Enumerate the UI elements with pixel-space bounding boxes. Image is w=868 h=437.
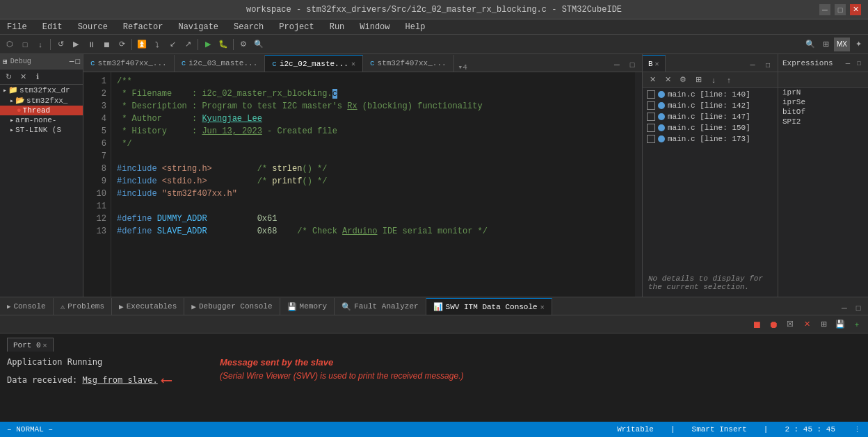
swv-clear-btn[interactable]: ☒ xyxy=(783,318,797,331)
code-editor[interactable]: 12345 678910 111213 /** * Filename : i2c… xyxy=(83,72,642,297)
tab-close-i2c02[interactable]: ✕ xyxy=(351,60,355,68)
thread-item[interactable]: ● Thread xyxy=(0,106,83,115)
tab-swv[interactable]: 📊 SWV ITM Data Console ✕ xyxy=(426,298,552,315)
tab-problems[interactable]: ⚠ Problems xyxy=(54,298,112,315)
expr-min-btn[interactable]: ─ xyxy=(843,58,853,68)
project-item[interactable]: ▸ 📁 stm32fxx_dr xyxy=(0,85,83,95)
right-panel-min-btn[interactable]: ─ xyxy=(746,58,760,72)
bp-toolbar-btn5[interactable]: ↓ xyxy=(707,73,721,87)
menu-project[interactable]: Project xyxy=(276,21,316,33)
toolbar-btn-5[interactable]: ▶ xyxy=(69,38,83,51)
tab-memory[interactable]: 💾 Memory xyxy=(280,298,335,315)
toolbar-debug-mode-btn[interactable]: 🐛 xyxy=(216,38,230,51)
bp-toolbar-btn4[interactable]: ⊞ xyxy=(691,73,705,87)
window-controls[interactable]: ─ □ ✕ xyxy=(819,4,861,15)
bp-checkbox-1[interactable] xyxy=(647,90,655,99)
close-button[interactable]: ✕ xyxy=(850,4,861,15)
sidebar-min-btn[interactable]: ─ xyxy=(70,58,74,66)
toolbar-btn-2[interactable]: □ xyxy=(18,38,32,51)
swv-tab-close[interactable]: ✕ xyxy=(540,303,545,311)
menu-help[interactable]: Help xyxy=(403,21,428,33)
stm32fxx-item[interactable]: ▸ 📂 stm32fxx_ xyxy=(0,95,83,106)
toolbar-btn-1[interactable]: ⬡ xyxy=(3,38,17,51)
port-0-close[interactable]: ✕ xyxy=(43,341,47,349)
tab-fault-analyzer[interactable]: 🔍 Fault Analyzer xyxy=(335,298,426,315)
toolbar-step-over[interactable]: ⤵ xyxy=(150,38,164,51)
swv-stop-btn[interactable]: ⏹ xyxy=(750,318,764,331)
breakpoints-tab-close[interactable]: ✕ xyxy=(655,60,659,68)
editor-max-btn[interactable]: □ xyxy=(625,58,639,72)
arm-item[interactable]: ▸ arm-none- xyxy=(0,115,83,125)
editor-scrollbar[interactable] xyxy=(635,72,642,297)
status-more-icon[interactable]: ⋮ xyxy=(853,425,861,434)
tab-debugger-console[interactable]: ▶ Debugger Console xyxy=(184,298,280,315)
swv-delete-btn[interactable]: ✕ xyxy=(800,318,814,331)
swv-record-btn[interactable]: ⏺ xyxy=(766,318,780,331)
bp-toolbar-btn1[interactable]: ✕ xyxy=(645,73,659,87)
tab-executables[interactable]: ▶ Executables xyxy=(112,298,184,315)
menu-refactor[interactable]: Refactor xyxy=(120,21,166,33)
bp-checkbox-4[interactable] xyxy=(647,124,655,132)
menu-search[interactable]: Search xyxy=(231,21,266,33)
sidebar-tb-btn2[interactable]: ✕ xyxy=(16,70,30,84)
bp-item-4[interactable]: main.c [line: 150] xyxy=(643,122,778,133)
right-panel-max-btn[interactable]: □ xyxy=(761,58,775,72)
bp-item-5[interactable]: main.c [line: 173] xyxy=(643,133,778,145)
toolbar-search[interactable]: 🔍 xyxy=(252,38,266,51)
toolbar-mx[interactable]: MX xyxy=(834,38,850,51)
port-0-tab[interactable]: Port 0 ✕ xyxy=(7,338,54,352)
tab-i2c03[interactable]: c i2c_03_maste... xyxy=(175,55,266,72)
toolbar-btn-6[interactable]: ⏸ xyxy=(84,38,98,51)
expr-max-btn[interactable]: □ xyxy=(854,58,864,68)
toolbar-btn-4[interactable]: ↺ xyxy=(54,38,67,51)
toolbar-extra[interactable]: ✦ xyxy=(851,38,865,51)
sidebar-max-btn[interactable]: □ xyxy=(75,58,80,66)
bp-toolbar-btn6[interactable]: ↑ xyxy=(722,73,736,87)
bp-checkbox-3[interactable] xyxy=(647,113,655,121)
code-line-4: * Author : Kyungjae Lee xyxy=(117,113,629,125)
sidebar-collapse-btn[interactable]: ⊞ xyxy=(3,57,8,66)
menu-file[interactable]: File xyxy=(4,21,30,33)
toolbar-settings[interactable]: ⚙ xyxy=(236,38,250,51)
tab-more-btn[interactable]: ▾4 xyxy=(454,63,472,72)
toolbar-btn-7[interactable]: ⏹ xyxy=(99,38,113,51)
bp-item-2[interactable]: main.c [line: 142] xyxy=(643,100,778,111)
tab-stm32-2[interactable]: c stm32f407xx_... xyxy=(363,55,454,72)
toolbar-run-btn[interactable]: ▶ xyxy=(201,38,215,51)
toolbar-btn-8[interactable]: ⟳ xyxy=(115,38,129,51)
bp-toolbar-btn3[interactable]: ⚙ xyxy=(676,73,690,87)
right-tab-breakpoints[interactable]: B ✕ xyxy=(643,55,666,72)
toolbar-pref[interactable]: ⊞ xyxy=(819,38,833,51)
bottom-max-btn[interactable]: □ xyxy=(851,301,865,315)
bp-checkbox-2[interactable] xyxy=(647,101,655,110)
menu-navigate[interactable]: Navigate xyxy=(175,21,221,33)
bp-checkbox-5[interactable] xyxy=(647,135,655,143)
editor-min-btn[interactable]: ─ xyxy=(610,58,624,72)
toolbar-step-into[interactable]: ↙ xyxy=(166,38,179,51)
sidebar-tb-btn3[interactable]: ℹ xyxy=(31,70,45,84)
menu-run[interactable]: Run xyxy=(327,21,348,33)
menu-edit[interactable]: Edit xyxy=(40,21,65,33)
swv-copy-btn[interactable]: ⊞ xyxy=(817,318,830,331)
menu-window[interactable]: Window xyxy=(357,21,392,33)
bp-item-1[interactable]: main.c [line: 140] xyxy=(643,89,778,100)
tab-console[interactable]: ▶ Console xyxy=(0,298,54,315)
tab-stm32-1[interactable]: c stm32f407xx_... xyxy=(83,55,175,72)
bp-toolbar-btn2[interactable]: ✕ xyxy=(661,73,675,87)
stlink-item[interactable]: ▸ ST-LINK (S xyxy=(0,125,83,135)
tab-i2c02[interactable]: c i2c_02_maste... ✕ xyxy=(265,55,363,72)
toolbar-debug-btn[interactable]: ⏫ xyxy=(135,38,149,51)
toolbar-btn-3[interactable]: ↓ xyxy=(33,38,47,51)
swv-add-btn[interactable]: + xyxy=(850,318,864,331)
minimize-button[interactable]: ─ xyxy=(819,4,830,15)
toolbar-search-global[interactable]: 🔍 xyxy=(803,38,817,51)
code-line-7 xyxy=(117,150,629,163)
toolbar-step-return[interactable]: ↗ xyxy=(181,38,195,51)
menu-source[interactable]: Source xyxy=(75,21,111,33)
sidebar-tb-btn1[interactable]: ↻ xyxy=(1,70,15,84)
bp-item-3[interactable]: main.c [line: 147] xyxy=(643,111,778,122)
bottom-min-btn[interactable]: ─ xyxy=(837,301,851,315)
swv-save-btn[interactable]: 💾 xyxy=(833,318,847,331)
maximize-button[interactable]: □ xyxy=(835,4,846,15)
code-content[interactable]: /** * Filename : i2c_02_master_rx_blocki… xyxy=(111,72,635,297)
